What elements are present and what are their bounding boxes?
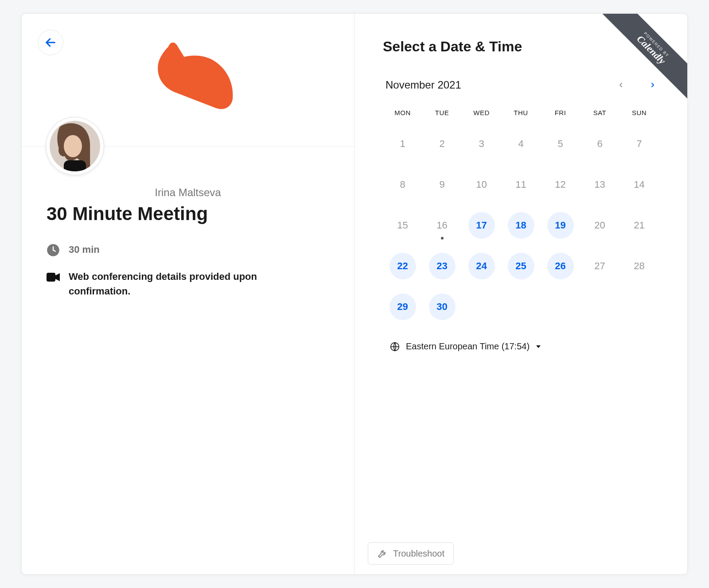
back-button[interactable] [38, 30, 63, 55]
arrow-left-icon [44, 36, 57, 49]
duration-row: 30 min [47, 242, 329, 257]
date-number: 22 [390, 253, 416, 279]
date-number: 3 [468, 131, 495, 157]
date-number: 20 [587, 212, 613, 239]
weekday-label: TUE [422, 109, 462, 116]
date-cell[interactable]: 30 [422, 292, 462, 322]
wrench-icon [377, 548, 388, 559]
troubleshoot-button[interactable]: Troubleshoot [368, 542, 454, 565]
weekday-label: MON [383, 109, 422, 116]
logo-area [22, 14, 354, 147]
date-cell: 15 [383, 210, 422, 240]
globe-icon [390, 342, 400, 352]
date-cell: 1 [383, 129, 422, 159]
date-number: 17 [468, 212, 495, 239]
date-cell: 7 [619, 129, 659, 159]
clock-icon [47, 244, 60, 257]
date-cell[interactable]: 17 [462, 210, 501, 240]
date-cell: 3 [462, 129, 501, 159]
month-label: November 2021 [386, 79, 461, 91]
date-grid: 1234567891011121314151617181920212223242… [383, 129, 659, 322]
date-cell: 20 [580, 210, 619, 240]
event-info-panel: Irina Maltseva 30 Minute Meeting 30 min … [22, 14, 354, 574]
today-indicator [441, 237, 444, 240]
date-number: 1 [390, 131, 416, 157]
conferencing-row: Web conferencing details provided upon c… [47, 269, 329, 298]
date-number: 21 [626, 212, 653, 239]
date-cell[interactable]: 19 [541, 210, 580, 240]
date-cell: 13 [580, 170, 619, 200]
date-cell: 12 [541, 170, 580, 200]
date-number: 7 [626, 131, 653, 157]
date-number: 8 [390, 171, 416, 198]
svg-rect-5 [47, 273, 55, 282]
meeting-title: 30 Minute Meeting [47, 203, 329, 224]
date-number: 15 [390, 212, 416, 239]
date-cell: 28 [619, 251, 659, 281]
date-number: 18 [508, 212, 534, 239]
date-number: 23 [429, 253, 456, 279]
date-number: 11 [508, 171, 534, 198]
date-number: 27 [587, 253, 613, 279]
date-cell: 4 [501, 129, 541, 159]
weekday-label: WED [462, 109, 501, 116]
date-number: 14 [626, 171, 653, 198]
fox-logo-icon [141, 38, 234, 122]
date-cell[interactable]: 29 [383, 292, 422, 322]
timezone-label: Eastern European Time (17:54) [406, 341, 530, 352]
date-cell[interactable]: 26 [541, 251, 580, 281]
badge-line1: POWERED BY [605, 14, 687, 96]
date-cell: 14 [619, 170, 659, 200]
date-number: 4 [508, 131, 534, 157]
date-cell: 5 [541, 129, 580, 159]
date-cell: 16 [422, 210, 462, 240]
troubleshoot-label: Troubleshoot [393, 549, 444, 559]
date-cell[interactable]: 25 [501, 251, 541, 281]
date-cell: 11 [501, 170, 541, 200]
svg-rect-3 [64, 160, 86, 171]
date-cell: 10 [462, 170, 501, 200]
date-number: 28 [626, 253, 653, 279]
date-number: 10 [468, 171, 495, 198]
date-cell[interactable]: 24 [462, 251, 501, 281]
caret-down-icon [536, 344, 541, 349]
date-number: 6 [587, 131, 613, 157]
date-number: 2 [429, 131, 456, 157]
video-icon [47, 271, 60, 284]
host-name: Irina Maltseva [47, 186, 329, 199]
svg-point-2 [64, 135, 82, 157]
date-cell[interactable]: 23 [422, 251, 462, 281]
host-avatar [46, 117, 104, 175]
date-number: 29 [390, 294, 416, 320]
date-cell: 6 [580, 129, 619, 159]
weekday-label: THU [501, 109, 541, 116]
duration-label: 30 min [69, 242, 317, 257]
timezone-selector[interactable]: Eastern European Time (17:54) [390, 341, 659, 352]
date-number: 9 [429, 171, 456, 198]
date-cell[interactable]: 18 [501, 210, 541, 240]
date-number: 16 [429, 212, 456, 239]
date-cell: 2 [422, 129, 462, 159]
date-cell: 27 [580, 251, 619, 281]
date-cell: 9 [422, 170, 462, 200]
avatar-placeholder-icon [50, 121, 100, 171]
date-number: 5 [547, 131, 574, 157]
date-number: 24 [468, 253, 495, 279]
date-number: 19 [547, 212, 574, 239]
date-cell: 8 [383, 170, 422, 200]
date-number: 30 [429, 294, 456, 320]
conferencing-label: Web conferencing details provided upon c… [69, 269, 317, 298]
date-cell[interactable]: 22 [383, 251, 422, 281]
powered-by-badge[interactable]: POWERED BY Calendly [590, 14, 687, 111]
weekday-label: FRI [541, 109, 580, 116]
date-number: 13 [587, 171, 613, 198]
date-cell: 21 [619, 210, 659, 240]
booking-card: Irina Maltseva 30 Minute Meeting 30 min … [21, 13, 688, 575]
date-number: 25 [508, 253, 534, 279]
date-number: 26 [547, 253, 574, 279]
date-number: 12 [547, 171, 574, 198]
